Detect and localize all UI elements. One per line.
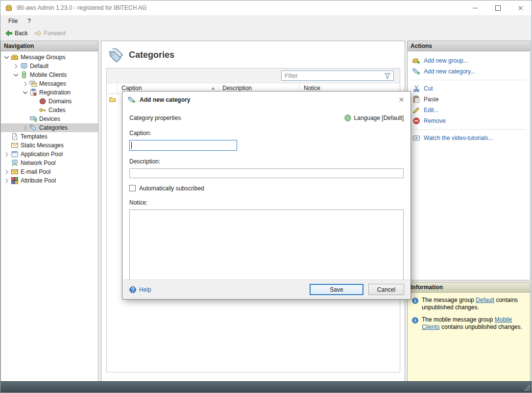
column-header-row-icon[interactable] xyxy=(107,83,118,93)
filter-input[interactable] xyxy=(282,72,384,79)
static-messages-icon xyxy=(11,141,19,149)
window-title: IBI-aws Admin 1.23.0 - registered for IB… xyxy=(17,4,146,11)
navigation-header: Navigation xyxy=(1,41,98,51)
info-text-part: The mobile message group xyxy=(422,316,495,323)
tree-item-label: Application Pool xyxy=(21,151,63,158)
category-properties-label: Category properties xyxy=(129,115,181,121)
tree-item-e-mail-pool[interactable]: E-mail Pool xyxy=(1,167,98,176)
auto-subscribed-row[interactable]: Automatically subscribed xyxy=(129,185,404,192)
actions-separator xyxy=(411,129,526,130)
information-list: The message group Default contains unpub… xyxy=(408,293,530,340)
back-button[interactable]: Back xyxy=(2,28,32,38)
description-input[interactable] xyxy=(129,168,404,178)
chevron-right-icon[interactable] xyxy=(22,124,29,132)
auto-subscribed-label: Automatically subscribed xyxy=(139,185,204,192)
dialog-footer: Help Save Cancel xyxy=(122,279,411,299)
action-add-new-category[interactable]: Add new category... xyxy=(408,66,530,77)
action-paste[interactable]: Paste xyxy=(408,94,530,105)
tree-item-label: Default xyxy=(30,63,48,69)
back-label: Back xyxy=(15,30,28,37)
nav-tree: Message GroupsDefaultMobile ClientsMessa… xyxy=(1,51,98,185)
auto-subscribed-checkbox[interactable] xyxy=(129,185,136,191)
folder-icon xyxy=(107,96,118,103)
chevron-spacer xyxy=(31,98,38,105)
chevron-right-icon[interactable] xyxy=(22,80,29,88)
caption-label: Caption: xyxy=(129,130,404,137)
actions-panel: Actions Add new group...Add new category… xyxy=(407,41,531,280)
add-category-icon xyxy=(128,96,136,104)
close-icon xyxy=(518,5,523,11)
tree-item-message-groups[interactable]: Message Groups xyxy=(1,53,98,62)
action-label: Watch the video-tutorials... xyxy=(424,135,493,141)
action-label: Add new group... xyxy=(424,57,468,64)
tree-item-messages[interactable]: Messages xyxy=(1,79,98,88)
domains-icon xyxy=(39,97,47,105)
categories-page-icon xyxy=(108,47,123,62)
tree-item-label: Network Pool xyxy=(21,160,55,166)
link-default[interactable]: Default xyxy=(476,297,494,303)
tree-item-default[interactable]: Default xyxy=(1,62,98,70)
forward-button[interactable]: Forward xyxy=(32,28,70,38)
computer-icon xyxy=(20,62,28,70)
chevron-right-icon[interactable] xyxy=(3,151,10,158)
tree-item-templates[interactable]: Templates xyxy=(1,132,98,141)
action-edit[interactable]: Edit... xyxy=(408,105,530,116)
action-watch-the-video-tutorials[interactable]: Watch the video-tutorials... xyxy=(408,133,530,143)
caption-input[interactable] xyxy=(129,140,237,151)
action-label: Cut xyxy=(424,85,433,92)
forward-arrow-icon xyxy=(34,29,42,37)
filter-icon[interactable] xyxy=(384,72,391,80)
minimize-icon xyxy=(473,8,478,8)
info-text-part: contains unpublished changes. xyxy=(440,324,522,330)
tree-item-domains[interactable]: Domains xyxy=(1,97,98,106)
close-button[interactable] xyxy=(509,0,532,15)
tree-item-label: Static Messages xyxy=(21,142,64,149)
notice-input[interactable] xyxy=(129,209,404,279)
chevron-right-icon[interactable] xyxy=(12,63,20,70)
chevron-down-icon[interactable] xyxy=(12,71,20,79)
info-icon xyxy=(411,297,419,304)
chevron-right-icon[interactable] xyxy=(3,177,10,185)
main-title-row: Categories xyxy=(101,41,405,62)
tree-item-devices[interactable]: Devices xyxy=(1,115,98,123)
language-selector[interactable]: Language [Default] xyxy=(344,114,404,122)
resize-grip[interactable] xyxy=(524,385,530,391)
minimize-button[interactable] xyxy=(464,0,486,15)
dialog-buttons: Save Cancel xyxy=(310,284,404,295)
chevron-right-icon[interactable] xyxy=(3,168,10,176)
menu-help[interactable]: ? xyxy=(23,16,36,26)
information-item: The mobile message group Mobile Clients … xyxy=(411,316,526,331)
cancel-button[interactable]: Cancel xyxy=(368,284,404,295)
sort-ascending-icon xyxy=(211,87,215,90)
tree-item-network-pool[interactable]: Network Pool xyxy=(1,159,98,167)
tree-item-registration[interactable]: Registration xyxy=(1,88,98,97)
tree-item-static-messages[interactable]: Static Messages xyxy=(1,141,98,150)
action-label: Remove xyxy=(424,117,446,124)
tree-item-categories[interactable]: Categories xyxy=(1,123,98,132)
tree-item-mobile-clients[interactable]: Mobile Clients xyxy=(1,70,98,79)
chevron-spacer xyxy=(3,160,10,167)
chevron-spacer xyxy=(22,116,29,123)
column-header-label: Caption xyxy=(121,85,142,92)
categories-icon xyxy=(29,124,37,132)
action-cut[interactable]: Cut xyxy=(408,83,530,94)
chevron-down-icon[interactable] xyxy=(22,89,29,96)
add-group-icon xyxy=(412,57,420,65)
dialog-close-button[interactable] xyxy=(394,93,409,107)
save-button[interactable]: Save xyxy=(310,284,363,295)
action-remove[interactable]: Remove xyxy=(408,116,530,126)
tree-item-label: Registration xyxy=(39,89,71,96)
cut-icon xyxy=(412,85,420,92)
dialog-body: Category properties Language [Default] C… xyxy=(122,108,411,279)
description-label: Description: xyxy=(129,158,404,165)
action-add-new-group[interactable]: Add new group... xyxy=(408,55,530,66)
information-item: The message group Default contains unpub… xyxy=(411,297,526,311)
toolbar: Back Forward xyxy=(0,27,532,40)
menu-file[interactable]: File xyxy=(3,16,23,26)
maximize-button[interactable] xyxy=(486,0,509,15)
help-link[interactable]: Help xyxy=(129,286,151,294)
tree-item-codes[interactable]: Codes xyxy=(1,106,98,115)
tree-item-application-pool[interactable]: Application Pool xyxy=(1,150,98,159)
chevron-down-icon[interactable] xyxy=(3,54,10,61)
tree-item-attribute-pool[interactable]: Attribute Pool xyxy=(1,176,98,185)
